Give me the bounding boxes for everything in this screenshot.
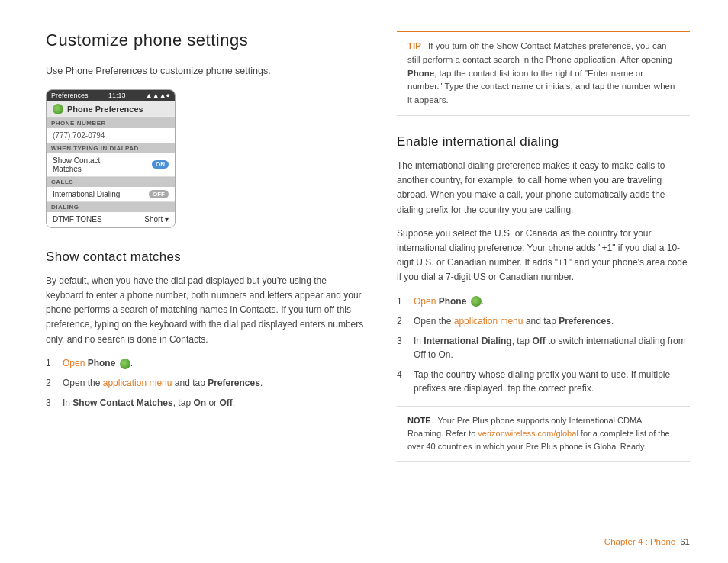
phone-header: Phone Preferences [47,101,175,118]
phone-number-field: (777) 702-0794 [47,128,175,143]
show-contact-heading: Show contact matches [46,249,366,265]
dtmf-value[interactable]: Short ▾ [144,215,169,224]
phone-icon-2 [471,296,482,307]
phone-icon-1 [120,359,130,369]
note-link[interactable]: verizonwireless.com/global [478,429,578,438]
tip-label: TIP [407,41,421,50]
intl-step-1-text: Open Phone . [414,294,484,308]
tip-phone-bold: Phone [407,69,434,78]
intl-step-3-num: 3 [397,334,406,362]
step-2-appmenu-link[interactable]: application menu [103,378,172,388]
show-contact-steps: 1 Open Phone . 2 Open the application me… [46,356,366,410]
intro-text: Use Phone Preferences to customize phone… [46,64,366,79]
step-2-text: Open the application menu and tap Prefer… [63,376,263,390]
phone-header-text: Phone Preferences [67,105,143,114]
international-dialing-label: International Dialing [53,190,120,198]
show-contact-body: By default, when you have the dial pad d… [46,274,366,347]
intl-step-4-num: 4 [397,368,406,395]
page-footer: Chapter 4 : Phone 61 [604,537,690,546]
dtmf-label: DTMF TONES [53,215,102,224]
step-1-text: Open Phone . [63,356,133,370]
intl-step-2-text: Open the application menu and tap Prefer… [414,314,614,328]
step-2-num: 2 [46,376,55,390]
intl-step-1-num: 1 [397,294,406,308]
footer-page: 61 [680,537,690,546]
intl-step-4-text: Tap the country whose dialing prefix you… [414,368,690,395]
step-1-phone-bold: Phone [88,358,116,368]
right-column: TIP If you turn off the Show Contact Mat… [397,31,690,532]
step-2: 2 Open the application menu and tap Pref… [46,376,366,390]
page-title: Customize phone settings [46,31,366,50]
show-contact-label: Show ContactMatches [53,156,100,173]
step-2-prefs-bold: Preferences [208,378,260,388]
intl-step-1-open-link[interactable]: Open [414,296,436,307]
status-time: 11:13 [108,92,126,99]
step-3-scm-bold: Show Contact Matches [72,397,172,408]
step-3-text: In Show Contact Matches, tap On or Off. [63,396,235,410]
phone-header-icon [53,104,63,114]
note-label: NOTE [407,416,431,425]
phone-section-phone-number: PHONE NUMBER [47,118,175,128]
international-dialing-toggle[interactable]: OFF [149,190,169,198]
left-column: Customize phone settings Use Phone Prefe… [46,31,366,532]
footer-chapter: Chapter 4 : Phone [604,537,675,546]
phone-status-bar: Preferences 11:13 ▲▲▲● [47,90,175,101]
step-3-off-bold: Off [219,397,232,408]
phone-mockup: Preferences 11:13 ▲▲▲● Phone Preferences… [46,89,176,228]
dtmf-tones-row: DTMF TONES Short ▾ [47,212,175,227]
status-left: Preferences [51,92,89,99]
step-1: 1 Open Phone . [46,356,366,370]
phone-section-calls: CALLS [47,177,175,187]
note-box: NOTE Your Pre Plus phone supports only I… [397,406,690,462]
intl-step-1: 1 Open Phone . [397,294,690,308]
intl-step-3-off-bold: Off [532,336,545,346]
intl-step-2: 2 Open the application menu and tap Pref… [397,314,690,328]
status-prefs: Preferences [51,92,89,99]
intl-step-2-num: 2 [397,314,406,328]
international-heading: Enable international dialing [397,134,690,150]
step-3-num: 3 [46,396,55,410]
phone-section-dialpad: WHEN TYPING IN DIALPAD [47,143,175,153]
step-3: 3 In Show Contact Matches, tap On or Off… [46,396,366,410]
international-body1: The international dialing preference mak… [397,159,690,217]
status-right: ▲▲▲● [146,92,170,99]
intl-step-3-id-bold: International Dialing [424,336,511,346]
international-steps: 1 Open Phone . 2 Open the application me… [397,294,690,395]
step-1-num: 1 [46,356,55,370]
intl-step-2-appmenu-link[interactable]: application menu [454,316,523,327]
intl-step-1-phone-bold: Phone [439,296,467,307]
intl-step-3-text: In International Dialing, tap Off to swi… [414,334,690,362]
show-contact-matches-row: Show ContactMatches ON [47,153,175,177]
step-3-on-bold: On [193,397,206,408]
tip-text: If you turn off the Show Contact Matches… [407,41,675,105]
show-contact-toggle[interactable]: ON [152,160,169,169]
intl-step-2-prefs-bold: Preferences [559,316,611,327]
international-dialing-row: International Dialing OFF [47,187,175,202]
international-body2: Suppose you select the U.S. or Canada as… [397,227,690,285]
intl-step-4: 4 Tap the country whose dialing prefix y… [397,368,690,395]
phone-section-dialing: DIALING [47,202,175,212]
step-1-open-link[interactable]: Open [63,358,85,368]
tip-box: TIP If you turn off the Show Contact Mat… [397,31,690,116]
intl-step-3: 3 In International Dialing, tap Off to s… [397,334,690,362]
